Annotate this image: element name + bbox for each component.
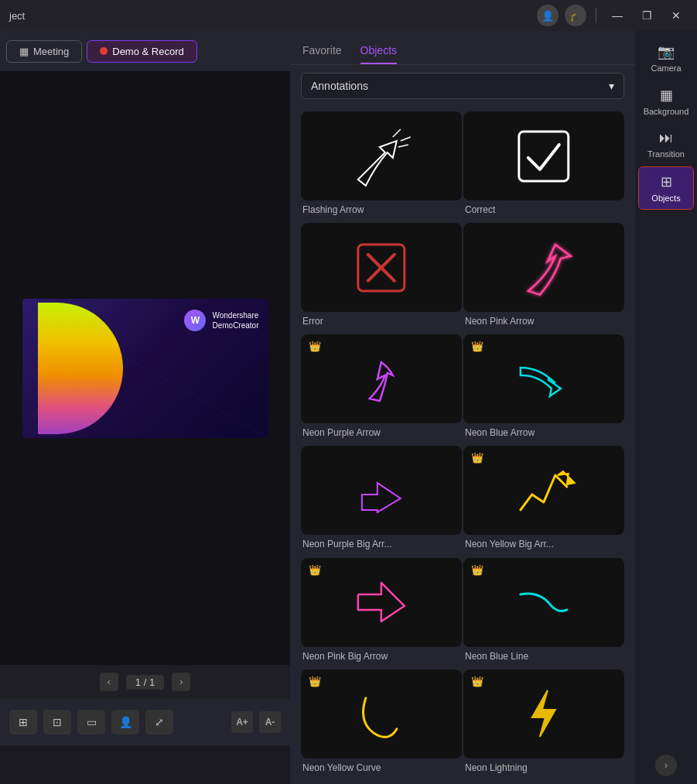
layout-btn-2[interactable]: ⊡ [43, 710, 71, 734]
background-icon: ▦ [660, 87, 673, 104]
layout-btn-1[interactable]: ⊞ [9, 710, 37, 734]
objects-grid: Flashing Arrow Correct [290, 107, 635, 784]
neon-lightning-icon [473, 675, 615, 752]
transition-icon: ⏭ [659, 130, 673, 146]
list-item[interactable]: Neon Pink Arrow [463, 223, 624, 333]
crown-badge: 👑 [471, 341, 483, 352]
sidebar-camera-label: Camera [651, 63, 681, 73]
right-content: Favorite Objects Annotations ▾ [290, 31, 697, 784]
pagination: ‹ 1 / 1 › [0, 665, 290, 699]
cap-icon[interactable]: 🎓 [565, 5, 586, 26]
dropdown-chevron: ▾ [609, 80, 614, 92]
separator [596, 8, 596, 23]
neon-blue-arrow-icon [473, 341, 615, 418]
tab-objects[interactable]: Objects [360, 44, 397, 64]
logo-text: WondershareDemoCreator [212, 310, 258, 330]
item-thumbnail: 👑 [463, 334, 624, 423]
sidebar-item-background[interactable]: ▦ Background [638, 80, 694, 122]
camera-icon: 📷 [658, 43, 675, 60]
list-item[interactable]: 👑 Neon Blue Line [463, 558, 624, 668]
list-item[interactable]: 👑 Neon Blue Arrow [463, 334, 624, 444]
sidebar-item-camera[interactable]: 📷 Camera [638, 37, 694, 79]
item-thumbnail: 👑 [463, 558, 624, 647]
sidebar-expand-button[interactable]: › [655, 755, 677, 776]
list-item[interactable]: Correct [463, 111, 624, 221]
meeting-label: Meeting [33, 46, 69, 57]
crown-badge: 👑 [309, 676, 321, 687]
layout-btn-4[interactable]: 👤 [111, 710, 139, 734]
correct-icon [473, 118, 615, 195]
item-label: Neon Pink Big Arrow [301, 647, 462, 668]
maximize-button[interactable]: ❐ [635, 5, 658, 26]
sidebar-item-transition[interactable]: ⏭ Transition [638, 124, 694, 165]
svg-marker-12 [532, 690, 555, 737]
list-item[interactable]: 👑 Neon Purple Arrow [301, 334, 462, 444]
close-button[interactable]: ✕ [665, 5, 688, 26]
crown-badge: 👑 [471, 564, 483, 576]
list-item[interactable]: 👑 Neon Lightning [463, 669, 624, 779]
crown-badge: 👑 [471, 452, 483, 464]
slide-logo: W WondershareDemoCreator [184, 310, 258, 331]
demo-record-button[interactable]: Demo & Record [87, 40, 196, 63]
demo-label: Demo & Record [112, 46, 183, 57]
item-thumbnail [301, 446, 462, 535]
sidebar-background-label: Background [644, 107, 689, 116]
svg-marker-11 [558, 471, 575, 484]
neon-pink-arrow-icon [473, 229, 615, 306]
prev-page-button[interactable]: ‹ [100, 673, 118, 691]
crown-badge: 👑 [309, 341, 321, 352]
main-layout: ▦ Meeting Demo & Record W WondershareDem… [0, 31, 697, 784]
sidebar-transition-label: Transition [647, 149, 685, 159]
sidebar-item-objects[interactable]: ⊞ Objects [638, 166, 694, 210]
crown-badge: 👑 [309, 564, 321, 576]
item-label: Neon Blue Line [463, 647, 624, 668]
item-label: Neon Purple Arrow [301, 423, 462, 444]
tab-favorite[interactable]: Favorite [302, 44, 342, 64]
item-label: Neon Purple Big Arr... [301, 535, 462, 556]
neon-purple-big-arrow-icon [310, 452, 453, 529]
list-item[interactable]: Error [301, 223, 462, 333]
list-item[interactable]: 👑 Neon Yellow Big Arr... [463, 446, 624, 556]
sidebar-objects-label: Objects [651, 193, 680, 203]
text-up-button[interactable]: A+ [231, 711, 253, 733]
text-down-button[interactable]: A- [259, 711, 281, 733]
title-bar: ject 👤 🎓 — ❐ ✕ [0, 0, 697, 31]
bottom-sub-toolbar [0, 745, 290, 784]
next-page-button[interactable]: › [172, 673, 190, 691]
layout-btn-3[interactable]: ▭ [77, 710, 105, 734]
item-label: Neon Lightning [463, 758, 624, 779]
user-icon[interactable]: 👤 [537, 5, 559, 26]
window-controls: 👤 🎓 — ❐ ✕ [537, 5, 688, 26]
meeting-button[interactable]: ▦ Meeting [6, 40, 82, 63]
layout-btn-5[interactable]: ⤢ [145, 710, 173, 734]
item-thumbnail: 👑 [463, 669, 624, 758]
crown-badge: 👑 [471, 676, 483, 687]
list-item[interactable]: 👑 Neon Yellow Curve [301, 669, 462, 779]
item-label: Neon Pink Arrow [463, 312, 624, 333]
item-thumbnail: 👑 [301, 669, 462, 758]
item-thumbnail [301, 223, 462, 312]
minimize-button[interactable]: — [606, 5, 629, 26]
objects-icon: ⊞ [661, 173, 672, 190]
record-dot [100, 47, 108, 55]
category-dropdown[interactable]: Annotations ▾ [301, 73, 624, 99]
list-item[interactable]: Neon Purple Big Arr... [301, 446, 462, 556]
svg-rect-6 [519, 132, 569, 181]
item-label: Error [301, 312, 462, 333]
objects-panel: Favorite Objects Annotations ▾ [290, 31, 635, 784]
list-item[interactable]: 👑 Neon Pink Big Arrow [301, 558, 462, 668]
preview-area: W WondershareDemoCreator [0, 71, 290, 665]
svg-marker-10 [362, 483, 401, 512]
item-thumbnail [301, 111, 462, 200]
bottom-toolbar: ⊞ ⊡ ▭ 👤 ⤢ A+ A- [0, 699, 290, 745]
item-label: Neon Yellow Curve [301, 758, 462, 779]
item-thumbnail: 👑 [301, 334, 462, 423]
logo-icon: W [184, 310, 206, 331]
item-label: Correct [463, 200, 624, 221]
list-item[interactable]: Flashing Arrow [301, 111, 462, 221]
neon-yellow-big-arrow-icon [473, 452, 615, 529]
preview-slide: W WondershareDemoCreator [22, 299, 268, 438]
top-bar: ▦ Meeting Demo & Record [0, 31, 290, 71]
sidebar: 📷 Camera ▦ Background ⏭ Transition ⊞ Obj… [635, 31, 697, 784]
neon-purple-arrow-icon [310, 341, 453, 418]
